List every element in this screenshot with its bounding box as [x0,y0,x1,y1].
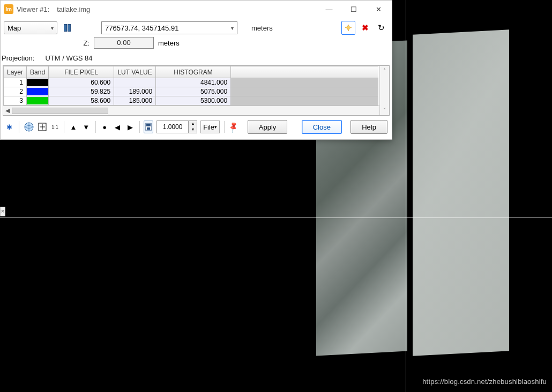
scroll-left-icon[interactable]: ◀ [5,107,10,114]
pin-toggle-button[interactable] [341,21,355,35]
mode-dropdown[interactable]: Map ▾ [4,21,57,34]
svg-rect-3 [146,124,151,126]
scroll-up-icon[interactable]: ˄ [383,68,386,74]
cell-band [27,96,49,105]
coord-toolbar: Map ▾ 776573.74, 3457145.91 ▾ meters ✖ ↻ [1,18,392,37]
table-vscroll[interactable]: ˄ ˅ [379,66,389,115]
refresh-button[interactable]: ↻ [375,21,387,34]
cell-file-pixel: 60.600 [49,78,114,87]
zoom-value-input[interactable] [157,121,188,133]
maximize-button[interactable]: ☐ [341,1,366,17]
fit-extent-button[interactable] [38,120,47,133]
divider [139,121,140,133]
save-button[interactable] [144,120,153,133]
down-button[interactable]: ▼ [81,120,91,133]
zoom-spinner[interactable]: ▴▾ [156,120,197,133]
file-label: File [203,123,214,131]
side-collapse-tab[interactable]: × [0,207,5,216]
band-swatch-icon [27,97,48,104]
cell-histogram: 5300.000 [156,96,231,105]
cell-lut-value: 185.000 [114,96,156,105]
coordinate-input[interactable]: 776573.74, 3457145.91 ▾ [101,21,237,34]
z-row: Z: 0.00 meters [1,37,392,52]
cell-spacer [231,96,378,105]
projection-value: UTM / WGS 84 [45,54,92,62]
minimize-button[interactable]: — [317,1,341,17]
band-swatch-icon [27,88,48,95]
table-row[interactable]: 259.825189.0005075.000 [4,87,379,96]
crosshair-horizontal [0,217,552,218]
asterisk-button[interactable]: ✱ [5,120,14,133]
divider [95,121,96,133]
circle-icon: ● [102,123,107,131]
pushpin-icon: 📌 [227,121,240,133]
step-back-button[interactable]: ◀ [113,120,122,133]
record-button[interactable]: ● [100,120,109,133]
delete-button[interactable]: ✖ [359,21,371,34]
band-swatch-icon [27,79,48,86]
cell-lut-value: 189.000 [114,87,156,96]
cell-spacer [231,78,378,87]
help-button[interactable]: Help [350,120,387,134]
table-hscroll[interactable]: ◀ ▶ [3,105,389,115]
col-file-pixel[interactable]: FILE PIXEL [49,66,114,78]
mode-label: Map [8,24,21,32]
cell-file-pixel: 58.600 [49,96,114,105]
cell-layer: 1 [4,78,27,87]
pin-icon [345,24,352,32]
window-title: Viewer #1: [17,5,49,13]
asterisk-icon: ✱ [6,123,12,131]
plus-box-icon [38,123,47,131]
chevron-down-icon: ▾ [214,124,217,130]
dual-pane-button[interactable] [61,21,73,34]
x-icon: ✖ [362,23,369,33]
close-window-button[interactable]: ✕ [366,1,391,17]
scroll-down-icon[interactable]: ˅ [383,107,386,113]
titlebar[interactable]: Im Viewer #1: tailake.img — ☐ ✕ [1,1,392,18]
spin-up-icon[interactable]: ▴ [188,121,197,127]
coord-units-label: meters [251,24,273,32]
file-dropdown[interactable]: File ▾ [200,120,220,133]
apply-button[interactable]: Apply [248,120,288,134]
z-value-field[interactable]: 0.00 [94,37,154,49]
projection-row: Projection: UTM / WGS 84 [1,52,392,65]
col-spacer [231,66,378,78]
up-button[interactable]: ▲ [69,120,78,133]
band-table[interactable]: Layer Band FILE PIXEL LUT VALUE HISTOGRA… [3,66,378,105]
close-button[interactable]: Close [302,120,342,134]
divider [64,121,64,133]
chevron-down-icon: ▾ [231,25,234,31]
cell-histogram: 5075.000 [156,87,231,96]
globe-icon [24,122,34,132]
play-left-icon: ◀ [115,123,120,131]
table-row[interactable]: 358.600185.0005300.000 [4,96,379,105]
col-layer[interactable]: Layer [4,66,27,78]
globe-button[interactable] [24,120,34,133]
col-histogram[interactable]: HISTOGRAM [156,66,231,78]
hscroll-thumb[interactable] [12,108,108,114]
chevron-down-icon: ▾ [51,25,54,31]
cell-file-pixel: 59.825 [49,87,114,96]
divider [19,121,19,133]
pixel-info-dialog: Im Viewer #1: tailake.img — ☐ ✕ Map ▾ 77… [0,0,392,140]
projection-label: Projection: [2,54,34,62]
window-filename: tailake.img [57,5,90,13]
table-row[interactable]: 160.6004841.000 [4,78,379,87]
save-icon [145,123,152,131]
coordinate-value: 776573.74, 3457145.91 [105,24,178,32]
cell-spacer [231,87,378,96]
z-label: Z: [4,39,89,47]
z-units-label: meters [158,39,180,47]
up-triangle-icon: ▲ [70,123,77,131]
one-to-one-button[interactable]: 1:1 [50,120,60,133]
col-lut-value[interactable]: LUT VALUE [114,66,156,78]
bottom-toolbar: ✱ 1:1 ▲ ▼ ● ◀ ▶ ▴▾ File ▾ 📌 Apply [1,116,392,139]
col-band[interactable]: Band [27,66,49,78]
play-right-icon: ▶ [128,123,133,131]
step-forward-button[interactable]: ▶ [125,120,135,133]
dual-pane-icon [64,24,71,32]
spin-down-icon[interactable]: ▾ [188,127,197,133]
band-table-wrap: Layer Band FILE PIXEL LUT VALUE HISTOGRA… [3,65,390,116]
cell-layer: 2 [4,87,27,96]
pushpin-button[interactable]: 📌 [229,120,238,133]
